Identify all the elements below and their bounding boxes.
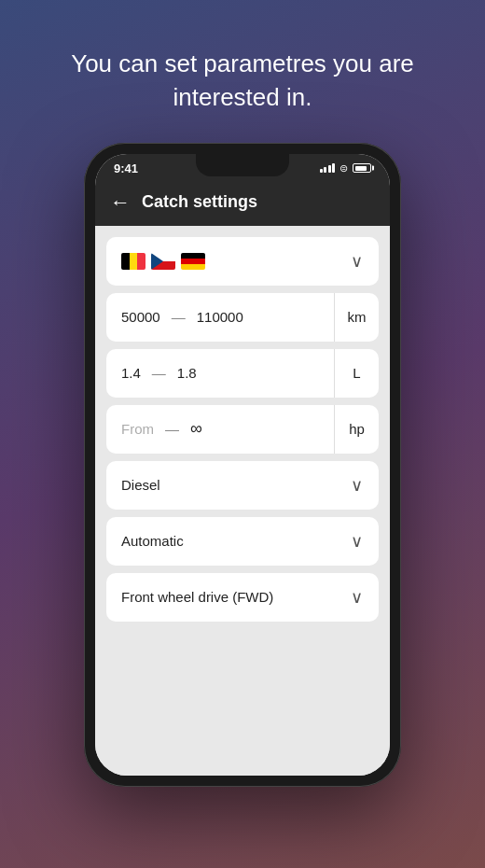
fuel-main: Diesel [106, 477, 334, 493]
page-title: Catch settings [142, 192, 257, 212]
phone-screen: 9:41 ⊜ ← Catch settings [95, 154, 390, 776]
transmission-chevron: ∨ [334, 531, 379, 552]
transmission-main: Automatic [106, 533, 334, 549]
horsepower-from: From [121, 421, 154, 437]
drive-label: Front wheel drive (FWD) [121, 589, 273, 605]
flags-group [121, 253, 205, 270]
wifi-icon: ⊜ [340, 162, 348, 175]
fuel-row[interactable]: Diesel ∨ [106, 461, 379, 510]
transmission-row[interactable]: Automatic ∨ [106, 517, 379, 566]
countries-main [106, 253, 334, 270]
engine-to: 1.8 [177, 365, 197, 381]
horsepower-dash: — [165, 421, 179, 437]
mileage-main: 50000 — 110000 [106, 309, 334, 325]
status-icons: ⊜ [320, 162, 372, 175]
mileage-unit: km [334, 293, 379, 342]
transmission-label: Automatic [121, 533, 184, 549]
engine-main: 1.4 — 1.8 [106, 365, 334, 381]
engine-from: 1.4 [121, 365, 141, 381]
horsepower-unit: hp [334, 405, 379, 454]
engine-unit: L [334, 349, 379, 398]
fuel-chevron: ∨ [334, 475, 379, 496]
phone-frame: 9:41 ⊜ ← Catch settings [84, 143, 401, 787]
fuel-label: Diesel [121, 477, 160, 493]
back-button[interactable]: ← [110, 192, 131, 213]
battery-icon [353, 163, 371, 173]
notch [196, 154, 289, 176]
flag-czech [151, 253, 175, 270]
mileage-row[interactable]: 50000 — 110000 km [106, 293, 379, 342]
flag-belgium [121, 253, 146, 270]
drive-row[interactable]: Front wheel drive (FWD) ∨ [106, 573, 379, 622]
mileage-dash: — [172, 309, 186, 325]
horsepower-main: From — ∞ [106, 419, 334, 439]
flag-germany [181, 253, 205, 270]
signal-icon [320, 163, 336, 173]
app-header: ← Catch settings [95, 181, 390, 226]
mileage-to: 110000 [197, 309, 243, 325]
mileage-from: 50000 [121, 309, 160, 325]
headline: You can set parametres you are intereste… [0, 0, 485, 143]
drive-main: Front wheel drive (FWD) [106, 589, 334, 605]
horsepower-to: ∞ [190, 419, 202, 439]
countries-row[interactable]: ∨ [106, 237, 379, 286]
drive-chevron: ∨ [334, 587, 379, 608]
content-area: ∨ 50000 — 110000 km 1.4 — 1.8 L [95, 226, 390, 776]
countries-chevron: ∨ [334, 251, 379, 272]
engine-dash: — [152, 365, 166, 381]
horsepower-row[interactable]: From — ∞ hp [106, 405, 379, 454]
engine-row[interactable]: 1.4 — 1.8 L [106, 349, 379, 398]
status-time: 9:41 [114, 161, 138, 175]
